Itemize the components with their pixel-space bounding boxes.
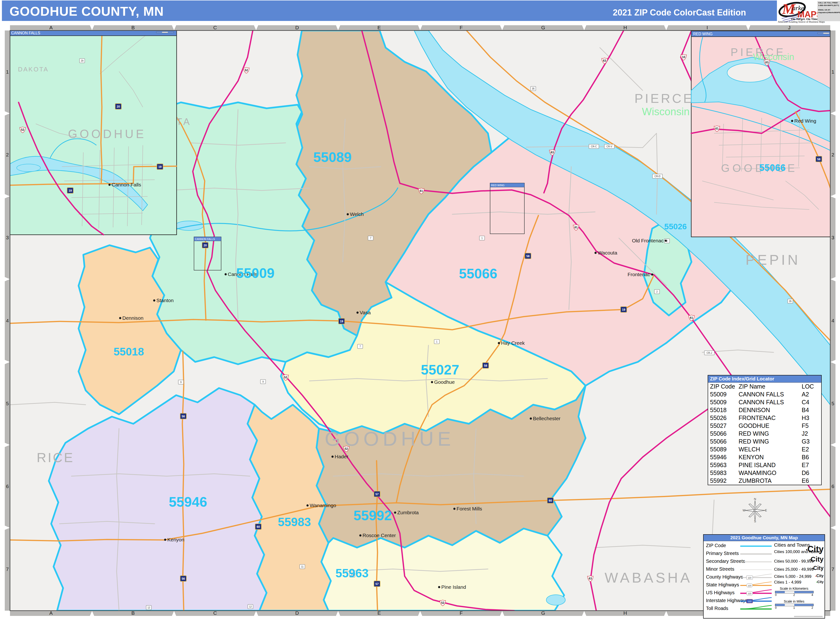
grid-col-D: D: [295, 610, 299, 616]
legend-item-sample-interstate: 123: [739, 597, 773, 604]
route-shield-mn-19: 19: [620, 307, 627, 312]
svg-text:56: 56: [182, 577, 185, 580]
zip-index-row-3-cell-2: H3: [802, 414, 818, 422]
legend-city-row-4: Cities 1 - 4,999: [774, 580, 801, 585]
county-label-wabasha: WABASHA: [605, 570, 692, 586]
legend-item-sample-primary: [739, 550, 773, 556]
route-shield-co-12: 12: [146, 606, 151, 610]
grid-col-E: E: [378, 25, 381, 30]
grid-row-3: 3: [6, 235, 9, 240]
grid-row-5: 5: [6, 401, 9, 406]
svg-text:1: 1: [436, 341, 438, 343]
grid-col-G: G: [541, 610, 545, 616]
route-shield-co-11: 11: [300, 564, 305, 569]
grid-col-H: H: [623, 610, 627, 616]
svg-text:RED WING: RED WING: [491, 184, 504, 187]
route-shield-co-7: 7: [357, 344, 363, 348]
svg-text:123: 123: [748, 592, 751, 595]
svg-text:1: 1: [481, 237, 483, 239]
grid-col-C: C: [213, 25, 217, 30]
svg-text:52: 52: [21, 128, 24, 132]
zip-index-row-6: 55066RED WINGG3: [708, 438, 821, 446]
grid-row-3: 3: [831, 235, 834, 240]
zip-label-55018: 55018: [114, 345, 144, 358]
scale-tick: 2: [812, 606, 813, 610]
legend-scale-km-bar: [775, 591, 813, 593]
zip-index-row-0: 55009CANNON FALLSA2: [708, 390, 821, 398]
route-shield-co-CR-D: CR-D: [652, 174, 662, 178]
svg-text:60: 60: [549, 499, 552, 502]
zip-index-header-cell-1: ZIP Name: [738, 383, 802, 390]
zip-index-row-10-cell-2: D6: [802, 469, 818, 477]
city-word: City: [810, 555, 824, 563]
svg-text:CANNON FALLS: CANNON FALLS: [195, 238, 215, 241]
town-wanamingo: Wanamingo: [306, 502, 336, 508]
svg-text:10: 10: [682, 55, 685, 59]
grid-col-G: G: [541, 25, 545, 30]
grid-col-C: C: [213, 610, 217, 616]
grid-col-A: A: [49, 25, 52, 30]
compass-rose: NSWE: [743, 498, 767, 523]
svg-text:56: 56: [182, 415, 185, 418]
zip-index-rows: ZIP CodeZIP NameLOC55009CANNON FALLSA255…: [708, 383, 821, 485]
zip-index-row-9-cell-2: E7: [802, 461, 818, 469]
svg-text:Welch: Welch: [350, 211, 364, 217]
svg-text:Dennison: Dennison: [123, 315, 143, 321]
zip-index-row-0-cell-2: A2: [802, 390, 818, 398]
svg-text:Goodhue: Goodhue: [434, 379, 454, 385]
route-shield-mn-58: 58: [525, 253, 531, 259]
grid-col-E: E: [378, 610, 381, 616]
zip-index-row-1-cell-1: CANNON FALLS: [738, 398, 802, 406]
zip-index-row-4-cell-0: 55027: [710, 422, 738, 430]
zip-index-row-5-cell-0: 55066: [710, 430, 738, 438]
legend-scale-km-label: Scale in Kilometers: [775, 587, 813, 591]
zip-index-row-7-cell-1: WELCH: [738, 446, 802, 453]
svg-text:CR-C: CR-C: [591, 145, 597, 148]
zip-index-row-5-cell-2: J2: [802, 430, 818, 438]
grid-col-J: J: [788, 25, 791, 30]
zip-index-row-2-cell-2: B4: [802, 406, 818, 414]
zip-label-55983: 55983: [278, 516, 311, 529]
town-roscoe-center: Roscoe Center: [359, 532, 396, 538]
grid-col-B: B: [132, 25, 135, 30]
svg-text:7: 7: [359, 345, 361, 348]
legend-city-sample-1: •City: [799, 555, 824, 563]
inset-title: CANNON FALLS: [11, 31, 40, 35]
county-map-canvas: CANNON FALLSRED WING52525252616161616363…: [0, 0, 840, 619]
route-shield-co-29: 29: [79, 58, 85, 63]
svg-text:63: 63: [765, 61, 768, 64]
zip-label-55066: 55066: [459, 266, 497, 281]
inset-label-dakota: DAKOTA: [18, 66, 49, 73]
scale-tick: 1: [793, 606, 795, 610]
zip-index-row-6-cell-2: G3: [802, 438, 818, 446]
grid-row-4: 4: [831, 318, 834, 323]
zip-index-row-7-cell-0: 55089: [710, 446, 738, 453]
map-content: CANNON FALLSRED WING52525252616161616363…: [9, 30, 838, 611]
legend-item-sample-secondary: [739, 558, 773, 564]
legend-item-sample-zip: [739, 542, 773, 549]
grid-col-D: D: [295, 25, 299, 30]
route-shield-co-CR-C: CR-C: [589, 144, 599, 148]
zip-label-55026: 55026: [664, 222, 687, 231]
legend-item-label-primary: Primary Streets: [706, 551, 739, 556]
town-red-wing: Red Wing: [791, 118, 816, 124]
legend-item-sample-minor: [739, 565, 773, 572]
svg-text:Kenyon: Kenyon: [167, 537, 184, 542]
legend-item-label-county: County Highways: [706, 574, 743, 580]
zip-label-55027: 55027: [421, 362, 459, 377]
zip-index-row-9: 55963PINE ISLANDE7: [708, 461, 821, 469]
legend-item-sample-toll: [739, 605, 773, 612]
legend-item-sample-us: 123: [739, 589, 773, 596]
legend-scale-mi-ticks: 012: [775, 606, 813, 610]
compass-letter-n: N: [754, 498, 756, 501]
svg-text:Forest Mills: Forest Mills: [457, 506, 482, 511]
legend-item-label-toll: Toll Roads: [706, 606, 728, 611]
zip-index-row-5-cell-1: RED WING: [738, 430, 802, 438]
zip-index-row-10: 55983WANAMINGOD6: [708, 469, 821, 477]
route-shield-mn-19: 19: [338, 318, 345, 324]
inset-title: RED WING: [693, 32, 713, 36]
svg-text:Hay Creek: Hay Creek: [501, 340, 525, 346]
route-shield-co-35: 35: [531, 87, 536, 91]
svg-text:2: 2: [656, 290, 658, 293]
zip-index-row-8-cell-1: KENYON: [738, 453, 802, 461]
